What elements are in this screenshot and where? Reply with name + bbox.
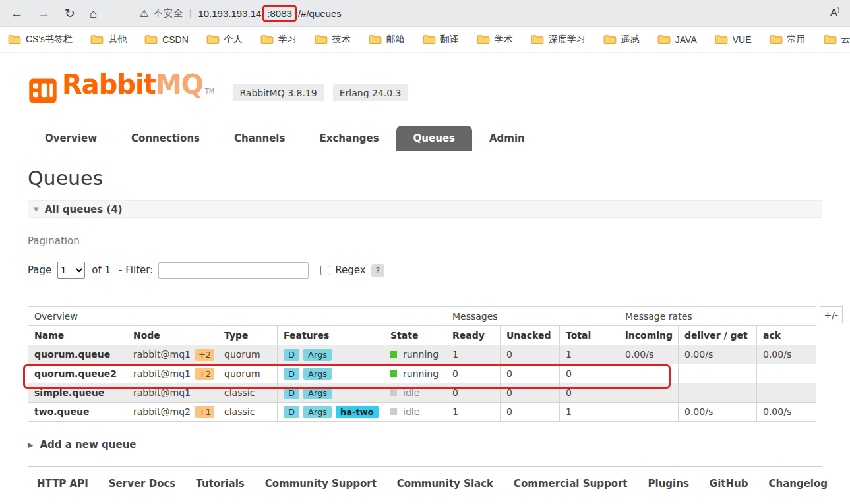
footer-link-github[interactable]: GitHub (710, 478, 748, 490)
tab-admin[interactable]: Admin (472, 126, 542, 151)
queue-type: quorum (218, 345, 278, 364)
add-queue-label: Add a new queue (40, 439, 136, 451)
tab-exchanges[interactable]: Exchanges (302, 126, 396, 151)
queue-type: quorum (218, 364, 278, 383)
folder-icon (8, 34, 21, 45)
bookmark-folder[interactable]: CS's书签栏 (8, 34, 73, 45)
state-indicator-icon (390, 389, 397, 396)
feature-badge-args[interactable]: Args (303, 387, 332, 399)
columns-toggle-button[interactable]: +/- (820, 306, 843, 323)
bookmark-folder[interactable]: 邮箱 (369, 34, 405, 45)
queue-features: DArgs (278, 383, 384, 403)
column-header-incoming: incoming (619, 326, 679, 345)
address-separator: | (189, 8, 192, 18)
collapse-triangle-icon: ▼ (34, 206, 39, 213)
page-title: Queues (28, 167, 822, 190)
feature-badge-d[interactable]: D (284, 349, 299, 361)
footer-link-changelog[interactable]: Changelog (768, 478, 828, 490)
logo-text-rabbit: Rabbit (62, 69, 156, 99)
tab-queues[interactable]: Queues (396, 126, 472, 151)
column-header-features: Features (278, 326, 384, 345)
bookmark-folder[interactable]: CSDN (144, 34, 189, 45)
bookmarks-bar: CS's书签栏其他CSDN个人学习技术邮箱翻译学术深度学习遥感JAVAVUE常用… (0, 27, 850, 53)
bookmark-folder[interactable]: 学习 (260, 34, 297, 45)
reload-icon[interactable]: ↻ (65, 7, 75, 20)
queue-features: DArgs (278, 364, 384, 383)
bookmark-folder[interactable]: 遥感 (603, 34, 640, 45)
feature-badge-d[interactable]: D (284, 406, 299, 418)
filter-input[interactable] (158, 262, 309, 279)
feature-badge-d[interactable]: D (284, 387, 299, 399)
feature-badge-args[interactable]: Args (303, 406, 332, 418)
queue-deliver (679, 364, 757, 383)
logo-row: RabbitMQTM RabbitMQ 3.8.19Erlang 24.0.3 (28, 70, 822, 106)
bookmark-folder[interactable]: VUE (715, 34, 752, 45)
feature-badge-args[interactable]: Args (303, 368, 332, 380)
feature-badge-args[interactable]: Args (303, 349, 332, 361)
folder-icon (423, 34, 436, 45)
column-header-ack: ack (757, 326, 816, 345)
bookmark-folder[interactable]: JAVA (657, 34, 697, 45)
queue-incoming (619, 364, 679, 383)
queue-total: 1 (560, 345, 619, 364)
read-aloud-icon[interactable]: A) (830, 7, 839, 20)
rabbitmq-logo-icon (28, 76, 58, 106)
all-queues-section-header[interactable]: ▼ All queues (4) (28, 200, 822, 218)
forward-icon[interactable]: → (38, 7, 50, 20)
folder-icon (260, 34, 274, 45)
node-text: rabbit@mq1 (133, 349, 191, 360)
column-header-node: Node (127, 326, 218, 345)
queue-unacked: 0 (501, 364, 560, 383)
bookmark-folder[interactable]: 学术 (477, 34, 513, 45)
version-badge: RabbitMQ 3.8.19 (233, 84, 323, 101)
feature-badge-d[interactable]: D (284, 368, 299, 380)
node-text: rabbit@mq1 (133, 368, 191, 379)
queue-ack (757, 383, 816, 403)
state-indicator-icon (390, 351, 397, 358)
footer-link-commercial-support[interactable]: Commercial Support (514, 478, 628, 490)
footer-link-plugins[interactable]: Plugins (648, 478, 689, 490)
add-queue-section[interactable]: ▶ Add a new queue (28, 439, 822, 451)
queue-name[interactable]: quorum.queue (28, 345, 127, 364)
footer-link-community-support[interactable]: Community Support (265, 478, 377, 490)
all-queues-label: All queues (4) (45, 204, 123, 215)
bookmark-folder[interactable]: 翻译 (423, 34, 459, 45)
node-text: rabbit@mq2 (133, 406, 191, 417)
help-badge[interactable]: ? (371, 264, 385, 277)
footer-link-server-docs[interactable]: Server Docs (109, 478, 176, 490)
address-bar[interactable]: ⚠ 不安全 | 10.193.193.14 :8083 /#/queues (139, 5, 830, 22)
bookmark-label: 个人 (224, 34, 243, 45)
feature-badge-ha-two[interactable]: ha-two (336, 406, 379, 418)
queue-ack: 0.00/s (757, 345, 816, 364)
bookmark-folder[interactable]: 其他 (90, 34, 127, 45)
browser-toolbar: ← → ↻ ⌂ ⚠ 不安全 | 10.193.193.14 :8083 /#/q… (0, 0, 850, 27)
page-select[interactable]: 1 (57, 262, 85, 279)
bookmark-folder[interactable]: 个人 (206, 34, 243, 45)
bookmark-folder[interactable]: 常用 (770, 34, 806, 45)
state-label: running (403, 368, 439, 379)
tab-overview[interactable]: Overview (28, 126, 114, 151)
folder-icon (824, 34, 837, 45)
bookmark-folder[interactable]: 云服务 (824, 34, 850, 45)
bookmark-folder[interactable]: 深度学习 (531, 34, 586, 45)
queue-name[interactable]: quorum.queue2 (28, 364, 127, 383)
bookmark-label: 技术 (332, 34, 351, 45)
queue-total: 0 (560, 364, 619, 383)
footer-link-community-slack[interactable]: Community Slack (397, 478, 493, 490)
folder-icon (657, 34, 671, 45)
bookmark-folder[interactable]: 技术 (315, 34, 351, 45)
footer-link-http-api[interactable]: HTTP API (37, 478, 88, 490)
queue-type: classic (218, 403, 278, 422)
regex-checkbox[interactable] (320, 266, 330, 275)
back-icon[interactable]: ← (11, 7, 23, 20)
footer-link-tutorials[interactable]: Tutorials (196, 478, 244, 490)
tab-connections[interactable]: Connections (114, 126, 217, 151)
table-group-messages: Messages (446, 307, 619, 326)
queue-name[interactable]: two.queue (28, 403, 127, 422)
tab-channels[interactable]: Channels (217, 126, 302, 151)
queue-state: running (384, 345, 446, 364)
bookmark-label: VUE (733, 34, 752, 45)
home-icon[interactable]: ⌂ (90, 7, 97, 20)
queue-ready: 0 (446, 364, 501, 383)
queue-name[interactable]: simple.queue (28, 383, 127, 403)
